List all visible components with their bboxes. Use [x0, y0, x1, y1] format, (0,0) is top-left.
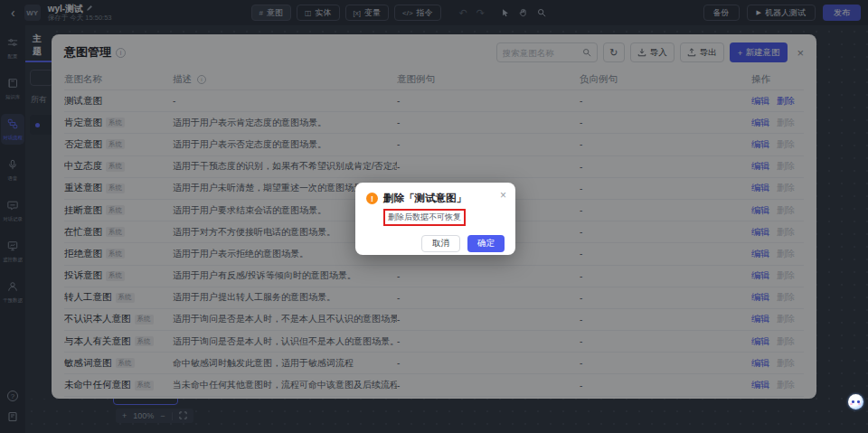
assistant-robot-avatar[interactable]: [848, 394, 863, 409]
dialog-buttons: 取消 确定: [366, 235, 505, 252]
warning-text-highlighted: 删除后数据不可恢复: [383, 209, 466, 226]
warning-icon: !: [366, 193, 378, 204]
app-root: ‹ WY wyl-测试 保存于 今天 15:50:53 #意图◫实体[x]变量<…: [0, 0, 868, 433]
cancel-button[interactable]: 取消: [421, 235, 460, 252]
confirm-button[interactable]: 确定: [467, 235, 505, 252]
delete-confirm-dialog: ! 删除「测试意图」 × 删除后数据不可恢复 取消 确定: [355, 183, 515, 255]
close-dialog-icon[interactable]: ×: [500, 190, 506, 201]
dialog-title: 删除「测试意图」: [383, 192, 467, 205]
